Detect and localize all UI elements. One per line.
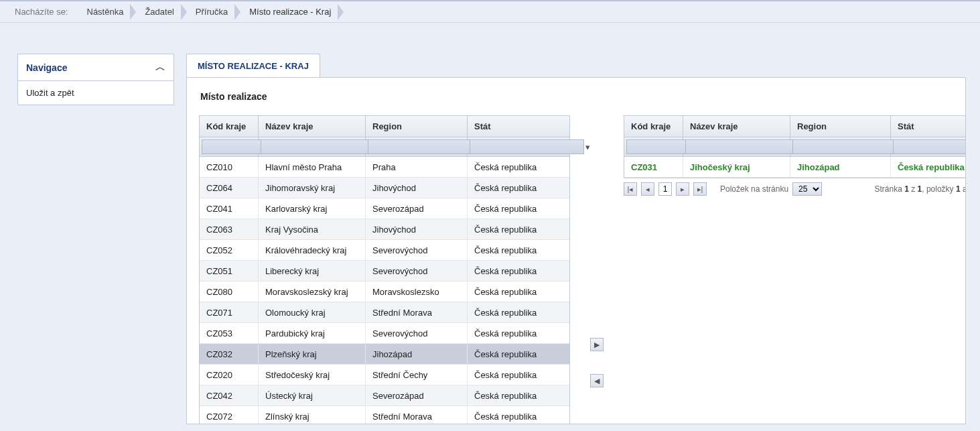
filter-state-input[interactable] — [470, 139, 584, 154]
pager-perpage-select[interactable]: 25 — [792, 182, 822, 196]
cell-region: Jihovýchod — [366, 178, 468, 198]
pager-prev-button[interactable]: ◂ — [641, 182, 654, 196]
pager: |◂ ◂ ▸ ▸| Položek na stránku 25 Stránka … — [624, 182, 966, 196]
cell-name: Karlovarský kraj — [259, 198, 366, 219]
cell-code: CZ010 — [200, 157, 259, 178]
cell-region: Severovýchod — [366, 261, 468, 282]
cell-region: Střední Morava — [366, 406, 468, 424]
side-nav: Navigace ︿ Uložit a zpět — [17, 54, 174, 105]
cell-code: CZ052 — [200, 240, 259, 261]
col-header-code[interactable]: Kód kraje — [624, 116, 683, 137]
selected-regions-table: Kód kraje Název kraje Region Stát ▾ ▾ ▾ — [624, 115, 966, 178]
cell-code: CZ031 — [624, 157, 683, 178]
pager-summary: Stránka 1 z 1, položky 1 až 1 z 1 — [874, 184, 966, 194]
table-row[interactable]: CZ020Středočeský krajStřední ČechyČeská … — [200, 365, 569, 385]
cell-region: Severozápad — [366, 385, 468, 406]
main-panel: Místo realizace Kód kraje Název kraje Re… — [186, 77, 966, 424]
chevron-up-icon: ︿ — [155, 61, 165, 74]
cell-state: Česká republika — [468, 323, 569, 344]
col-header-name[interactable]: Název kraje — [683, 116, 790, 137]
cell-region: Jihovýchod — [366, 219, 468, 240]
cell-name: Hlavní město Praha — [259, 157, 366, 178]
table-row[interactable]: CZ063Kraj VysočinaJihovýchodČeská republ… — [200, 219, 569, 240]
table-row[interactable]: CZ071Olomoucký krajStřední MoravaČeská r… — [200, 302, 569, 323]
breadcrumb-label: Nacházíte se: — [15, 7, 68, 17]
table-row[interactable]: CZ064Jihomoravský krajJihovýchodČeská re… — [200, 178, 569, 198]
cell-state: Česká republika — [468, 365, 569, 385]
cell-code: CZ042 — [200, 385, 259, 406]
cell-region: Praha — [366, 157, 468, 178]
table-row[interactable]: CZ010Hlavní město PrahaPrahaČeská republ… — [200, 157, 569, 178]
cell-code: CZ064 — [200, 178, 259, 198]
cell-code: CZ053 — [200, 323, 259, 344]
table-row[interactable]: CZ041Karlovarský krajSeverozápadČeská re… — [200, 198, 569, 219]
col-header-region[interactable]: Region — [366, 116, 468, 137]
pager-next-button[interactable]: ▸ — [676, 182, 689, 196]
filter-state-input[interactable] — [893, 139, 966, 154]
filter-icon[interactable]: ▾ — [585, 139, 590, 154]
filter-region-input[interactable] — [792, 139, 907, 154]
cell-name: Liberecký kraj — [259, 261, 366, 282]
table-row[interactable]: CZ032Plzeňský krajJihozápadČeská republi… — [200, 344, 569, 365]
col-header-state[interactable]: Stát — [891, 116, 966, 137]
breadcrumb-item[interactable]: Nástěnka — [78, 1, 136, 23]
cell-region: Jihozápad — [790, 157, 891, 178]
pager-page-input[interactable] — [658, 182, 672, 196]
pager-last-button[interactable]: ▸| — [693, 182, 707, 196]
filter-name-input[interactable] — [261, 139, 375, 154]
cell-name: Zlínský kraj — [259, 406, 366, 424]
cell-state: Česká republika — [468, 282, 569, 302]
col-header-code[interactable]: Kód kraje — [200, 116, 259, 137]
cell-code: CZ080 — [200, 282, 259, 302]
nav-header[interactable]: Navigace ︿ — [18, 54, 173, 81]
cell-state: Česká republika — [891, 157, 966, 178]
table-row[interactable]: CZ052Královéhradecký krajSeverovýchodČes… — [200, 240, 569, 261]
cell-name: Olomoucký kraj — [259, 302, 366, 323]
cell-name: Moravskoslezský kraj — [259, 282, 366, 302]
panel-title: Místo realizace — [200, 91, 953, 102]
move-left-button[interactable]: ◀ — [590, 374, 604, 387]
cell-state: Česká republika — [468, 302, 569, 323]
cell-code: CZ071 — [200, 302, 259, 323]
tab-misto-realizace[interactable]: MÍSTO REALIZACE - KRAJ — [186, 54, 320, 78]
cell-code: CZ020 — [200, 365, 259, 385]
breadcrumb-item[interactable]: Žadatel — [135, 1, 186, 23]
nav-item-save-back[interactable]: Uložit a zpět — [18, 81, 173, 105]
filter-name-input[interactable] — [685, 139, 800, 154]
nav-title: Navigace — [26, 62, 67, 73]
filter-region-input[interactable] — [368, 139, 482, 154]
pager-first-button[interactable]: |◂ — [624, 182, 637, 196]
cell-name: Plzeňský kraj — [259, 344, 366, 365]
cell-region: Severovýchod — [366, 323, 468, 344]
cell-code: CZ051 — [200, 261, 259, 282]
cell-name: Pardubický kraj — [259, 323, 366, 344]
cell-region: Střední Morava — [366, 302, 468, 323]
col-header-name[interactable]: Název kraje — [259, 116, 366, 137]
cell-state: Česká republika — [468, 157, 569, 178]
cell-state: Česká republika — [468, 406, 569, 424]
cell-name: Jihomoravský kraj — [259, 178, 366, 198]
pager-perpage-label: Položek na stránku — [720, 184, 788, 194]
col-header-region[interactable]: Region — [790, 116, 891, 137]
cell-name: Jihočeský kraj — [683, 157, 790, 178]
table-row[interactable]: CZ053Pardubický krajSeverovýchodČeská re… — [200, 323, 569, 344]
cell-state: Česká republika — [468, 385, 569, 406]
table-row[interactable]: CZ051Liberecký krajSeverovýchodČeská rep… — [200, 261, 569, 282]
table-row[interactable]: CZ042Ústecký krajSeverozápadČeská republ… — [200, 385, 569, 406]
table-row[interactable]: CZ080Moravskoslezský krajMoravskoslezsko… — [200, 282, 569, 302]
breadcrumb: Nacházíte se: Nástěnka Žadatel Příručka … — [0, 1, 980, 23]
cell-region: Severovýchod — [366, 240, 468, 261]
cell-name: Kraj Vysočina — [259, 219, 366, 240]
breadcrumb-item[interactable]: Příručka — [186, 1, 240, 23]
cell-code: CZ063 — [200, 219, 259, 240]
table-row[interactable]: CZ031Jihočeský krajJihozápadČeská republ… — [624, 157, 966, 178]
cell-state: Česká republika — [468, 219, 569, 240]
cell-region: Střední Čechy — [366, 365, 468, 385]
breadcrumb-item-current: Místo realizace - Kraj — [240, 1, 343, 23]
move-right-button[interactable]: ▶ — [590, 338, 604, 351]
col-header-state[interactable]: Stát — [468, 116, 569, 137]
table-row[interactable]: CZ072Zlínský krajStřední MoravaČeská rep… — [200, 406, 569, 424]
cell-name: Královéhradecký kraj — [259, 240, 366, 261]
cell-state: Česká republika — [468, 344, 569, 365]
cell-region: Severozápad — [366, 198, 468, 219]
